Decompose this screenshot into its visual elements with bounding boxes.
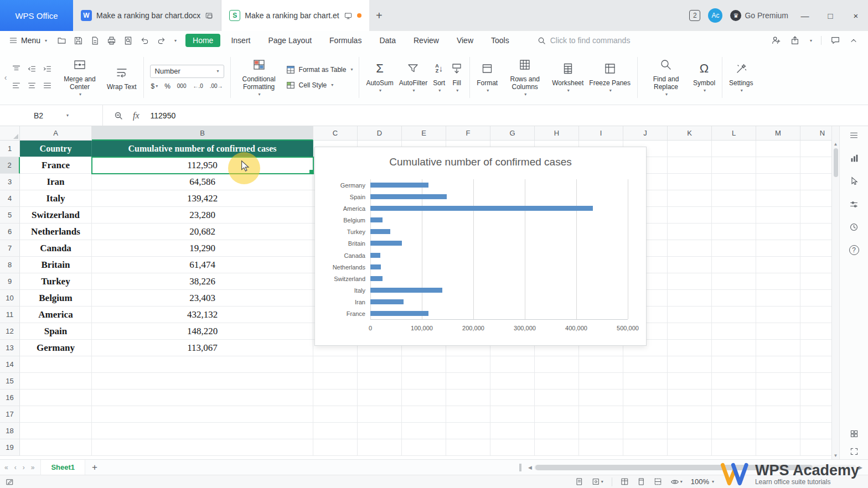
zoom-formula-icon[interactable] (114, 111, 123, 120)
cell-B15[interactable] (92, 373, 313, 390)
cell-L14[interactable] (712, 356, 756, 373)
column-header-L[interactable]: L (712, 126, 756, 141)
scroll-down-icon[interactable]: ▼ (834, 453, 838, 458)
cell-A13[interactable]: Germany (20, 340, 92, 356)
cell-N8[interactable] (800, 257, 831, 273)
cell-B18[interactable] (92, 423, 313, 439)
vertical-scrollbar[interactable]: ▲ ▼ (831, 126, 839, 459)
cell-K11[interactable] (668, 307, 712, 323)
column-header-G[interactable]: G (490, 126, 535, 141)
row-header-10[interactable]: 10 (0, 290, 20, 307)
scroll-left-icon[interactable]: ◀ (528, 465, 532, 470)
cell-N10[interactable] (800, 290, 831, 307)
cell-A4[interactable]: Italy (20, 190, 92, 207)
cell-B2[interactable]: 112,950 (92, 157, 313, 174)
align-center-icon[interactable] (27, 81, 37, 90)
increase-decimal-button[interactable]: .00→ (210, 83, 223, 89)
align-justify-icon[interactable] (43, 81, 52, 90)
menu-tab-insert[interactable]: Insert (224, 34, 257, 47)
column-header-J[interactable]: J (623, 126, 668, 141)
menu-tab-formulas[interactable]: Formulas (322, 34, 369, 47)
undo-icon[interactable] (140, 36, 149, 45)
cell-N11[interactable] (800, 307, 831, 323)
conditional-formatting-button[interactable]: Conditional Formatting▾ (235, 54, 283, 101)
cell-I19[interactable] (579, 439, 623, 456)
page-break-view-icon[interactable] (654, 477, 662, 486)
row-header-11[interactable]: 11 (0, 307, 20, 323)
row-header-16[interactable]: 16 (0, 390, 20, 406)
cell-A6[interactable]: Netherlands (20, 224, 92, 240)
cell-K1[interactable] (668, 141, 712, 157)
last-sheet-icon[interactable]: » (31, 464, 34, 471)
column-header-I[interactable]: I (579, 126, 623, 141)
previous-sheet-icon[interactable]: ‹ (14, 464, 16, 471)
maximize-button[interactable]: □ (822, 0, 839, 31)
cell-J14[interactable] (623, 356, 668, 373)
cell-B19[interactable] (92, 439, 313, 456)
cell-M16[interactable] (756, 390, 800, 406)
cell-H17[interactable] (535, 406, 579, 423)
cell-K8[interactable] (668, 257, 712, 273)
settings-button[interactable]: Settings▾ (726, 58, 756, 97)
worksheet-button[interactable]: Worksheet▾ (549, 58, 586, 97)
customize-quick-access-icon[interactable]: ▾ (174, 38, 177, 43)
first-sheet-icon[interactable]: « (4, 464, 8, 471)
cell-M8[interactable] (756, 257, 800, 273)
cell-E14[interactable] (402, 356, 446, 373)
cell-A15[interactable] (20, 373, 92, 390)
cell-N17[interactable] (800, 406, 831, 423)
cell-C17[interactable] (313, 406, 358, 423)
select-all-corner[interactable] (0, 126, 20, 141)
command-search[interactable]: Click to find commands (538, 36, 631, 45)
align-left-icon[interactable] (12, 81, 21, 90)
freeze-panes-button[interactable]: Freeze Panes▾ (586, 58, 633, 97)
cell-L10[interactable] (712, 290, 756, 307)
row-header-13[interactable]: 13 (0, 340, 20, 356)
reading-layout-button[interactable]: ▾ (670, 478, 683, 486)
cell-J19[interactable] (623, 439, 668, 456)
monitor-icon[interactable] (344, 12, 353, 20)
cell-M10[interactable] (756, 290, 800, 307)
row-header-17[interactable]: 17 (0, 406, 20, 423)
cell-M3[interactable] (756, 174, 800, 190)
cell-N18[interactable] (800, 423, 831, 439)
cell-N19[interactable] (800, 439, 831, 456)
cell-B9[interactable]: 38,226 (92, 273, 313, 290)
cell-K19[interactable] (668, 439, 712, 456)
edit-mode-icon[interactable] (6, 477, 14, 486)
cell-K3[interactable] (668, 174, 712, 190)
cell-M2[interactable] (756, 157, 800, 174)
fullscreen-icon[interactable] (850, 447, 859, 456)
cell-N16[interactable] (800, 390, 831, 406)
cell-K16[interactable] (668, 390, 712, 406)
cell-I18[interactable] (579, 423, 623, 439)
tab-preview-icon[interactable] (205, 12, 213, 20)
cell-I14[interactable] (579, 356, 623, 373)
cell-K15[interactable] (668, 373, 712, 390)
cell-H19[interactable] (535, 439, 579, 456)
thousands-separator-button[interactable]: 000 (177, 83, 187, 89)
row-header-1[interactable]: 1 (0, 141, 20, 157)
cell-A19[interactable] (20, 439, 92, 456)
history-icon[interactable] (849, 222, 859, 232)
cell-L1[interactable] (712, 141, 756, 157)
cell-L13[interactable] (712, 340, 756, 356)
row-header-2[interactable]: 2 (0, 157, 20, 174)
menu-tab-home[interactable]: Home (185, 34, 220, 47)
column-header-D[interactable]: D (358, 126, 402, 141)
cell-M6[interactable] (756, 224, 800, 240)
cell-M4[interactable] (756, 190, 800, 207)
document-tab-spreadsheet-active[interactable]: S Make a ranking bar chart.et (221, 0, 369, 31)
select-cursor-icon[interactable] (850, 176, 859, 186)
cell-M17[interactable] (756, 406, 800, 423)
menu-tab-tools[interactable]: Tools (484, 34, 516, 47)
cell-C16[interactable] (313, 390, 358, 406)
row-header-14[interactable]: 14 (0, 356, 20, 373)
cell-N14[interactable] (800, 356, 831, 373)
cell-L19[interactable] (712, 439, 756, 456)
cell-H18[interactable] (535, 423, 579, 439)
cell-A5[interactable]: Switzerland (20, 207, 92, 224)
cell-N2[interactable] (800, 157, 831, 174)
cell-L18[interactable] (712, 423, 756, 439)
cell-K6[interactable] (668, 224, 712, 240)
